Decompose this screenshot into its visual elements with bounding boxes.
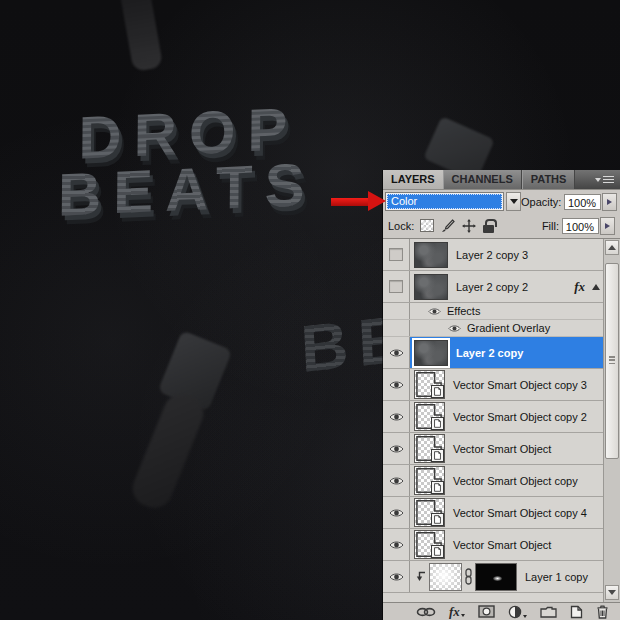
layer-name[interactable]: Vector Smart Object copy 2 bbox=[453, 411, 587, 423]
layer-list: Layer 2 copy 3 Layer 2 copy 2 fx bbox=[383, 239, 620, 602]
layer-row-layer-1-copy[interactable]: Layer 1 copy bbox=[383, 561, 603, 593]
lock-position-button[interactable] bbox=[462, 219, 476, 233]
effects-label[interactable]: Effects bbox=[447, 305, 480, 317]
smart-object-thumbnail[interactable] bbox=[414, 370, 445, 399]
scroll-up-button[interactable] bbox=[605, 240, 619, 255]
layer-row-vso-copy-2[interactable]: Vector Smart Object copy 2 bbox=[383, 401, 603, 433]
layer-row-vso-copy-4[interactable]: Vector Smart Object copy 4 bbox=[383, 497, 603, 529]
layer-row-layer-2-copy-3[interactable]: Layer 2 copy 3 bbox=[383, 239, 603, 271]
visibility-toggle[interactable] bbox=[383, 561, 410, 592]
visibility-toggle[interactable] bbox=[383, 369, 410, 400]
layer-row-vso-b[interactable]: Vector Smart Object bbox=[383, 529, 603, 561]
visibility-toggle[interactable] bbox=[383, 271, 410, 302]
eye-icon bbox=[389, 444, 404, 454]
layer-name[interactable]: Vector Smart Object bbox=[453, 443, 551, 455]
eye-icon bbox=[389, 508, 404, 518]
layer-name[interactable]: Vector Smart Object copy 4 bbox=[453, 507, 587, 519]
slider-arrow-icon bbox=[607, 199, 612, 205]
blend-options-row: Color Opacity: 100% bbox=[383, 190, 620, 213]
layer-thumbnail[interactable] bbox=[414, 242, 448, 268]
smart-object-thumbnail[interactable] bbox=[414, 434, 445, 463]
smart-object-thumbnail[interactable] bbox=[414, 466, 445, 495]
scroll-down-button[interactable] bbox=[605, 585, 619, 600]
chain-link-icon bbox=[416, 607, 436, 617]
visibility-toggle[interactable] bbox=[383, 465, 410, 496]
fx-icon: fx bbox=[449, 606, 460, 618]
new-layer-button[interactable] bbox=[570, 605, 583, 619]
layer-name[interactable]: Vector Smart Object copy bbox=[453, 475, 578, 487]
layer-mask-icon bbox=[478, 605, 495, 618]
visibility-toggle[interactable] bbox=[383, 529, 410, 560]
link-layers-button[interactable] bbox=[416, 607, 436, 617]
falling-microphone-body bbox=[127, 389, 208, 513]
fx-badge[interactable]: fx bbox=[574, 279, 585, 295]
smart-object-thumbnail[interactable] bbox=[414, 530, 445, 559]
lock-pixels-button[interactable] bbox=[441, 219, 455, 233]
eye-icon bbox=[389, 572, 404, 582]
new-group-button[interactable] bbox=[540, 606, 557, 618]
drop-beats-3d-text: DROP DROP DROP BEATS BEATS BEATS bbox=[58, 100, 318, 227]
smart-object-thumbnail[interactable] bbox=[414, 498, 445, 527]
clipping-mask-icon bbox=[414, 570, 427, 583]
eye-icon bbox=[389, 380, 404, 390]
lock-all-button[interactable] bbox=[483, 219, 494, 233]
visibility-toggle[interactable] bbox=[383, 497, 410, 528]
new-adjustment-layer-button[interactable] bbox=[508, 605, 527, 619]
scrollbar-thumb[interactable] bbox=[605, 263, 619, 459]
layer-thumbnail[interactable] bbox=[414, 340, 448, 366]
layer-row-layer-2-copy-2[interactable]: Layer 2 copy 2 fx bbox=[383, 271, 603, 303]
layer-list-scrollbar[interactable] bbox=[603, 239, 620, 602]
effects-header-row[interactable]: Effects bbox=[383, 303, 603, 320]
opacity-slider-button[interactable] bbox=[602, 193, 617, 211]
tab-paths[interactable]: PATHS bbox=[522, 170, 576, 189]
opacity-input[interactable]: 100% bbox=[564, 194, 601, 210]
visibility-toggle[interactable] bbox=[383, 239, 410, 270]
panel-menu-triangle-icon bbox=[595, 178, 601, 182]
eye-icon[interactable] bbox=[448, 324, 461, 333]
chevron-down-icon bbox=[461, 614, 465, 617]
smart-object-badge-icon bbox=[431, 417, 444, 430]
panel-bottom-toolbar: fx bbox=[383, 602, 620, 620]
smart-object-badge-icon bbox=[431, 449, 444, 462]
gradient-overlay-row[interactable]: Gradient Overlay bbox=[383, 320, 603, 337]
blend-mode-dropdown-button[interactable] bbox=[506, 192, 521, 211]
falling-microphone-top bbox=[119, 0, 163, 72]
layer-mask-thumbnail[interactable] bbox=[475, 563, 517, 591]
layer-name[interactable]: Layer 1 copy bbox=[525, 571, 588, 583]
visibility-toggle[interactable] bbox=[383, 433, 410, 464]
gradient-overlay-label[interactable]: Gradient Overlay bbox=[467, 322, 550, 334]
fill-slider-button[interactable] bbox=[600, 217, 615, 235]
layer-name[interactable]: Vector Smart Object copy 3 bbox=[453, 379, 587, 391]
tab-channels[interactable]: CHANNELS bbox=[443, 170, 522, 189]
layer-name[interactable]: Vector Smart Object bbox=[453, 539, 551, 551]
fill-input[interactable]: 100% bbox=[562, 218, 599, 234]
layer-thumbnail[interactable] bbox=[414, 274, 448, 300]
panel-menu-button[interactable] bbox=[589, 170, 620, 189]
tab-layers[interactable]: LAYERS bbox=[383, 170, 443, 189]
lock-transparency-button[interactable] bbox=[420, 219, 434, 232]
layer-name[interactable]: Layer 2 copy 3 bbox=[456, 249, 528, 261]
smart-object-thumbnail[interactable] bbox=[414, 402, 445, 431]
layer-row-vso-copy[interactable]: Vector Smart Object copy bbox=[383, 465, 603, 497]
transparency-icon bbox=[420, 219, 434, 232]
visibility-toggle[interactable] bbox=[383, 337, 410, 368]
add-layer-mask-button[interactable] bbox=[478, 605, 495, 618]
layer-row-vso-a[interactable]: Vector Smart Object bbox=[383, 433, 603, 465]
smart-object-badge-icon bbox=[431, 481, 444, 494]
layer-name[interactable]: Layer 2 copy 2 bbox=[456, 281, 528, 293]
layer-name[interactable]: Layer 2 copy bbox=[456, 347, 523, 359]
collapse-effects-icon[interactable] bbox=[592, 284, 600, 290]
layer-thumbnail[interactable] bbox=[429, 563, 462, 591]
eye-icon bbox=[389, 412, 404, 422]
layer-row-layer-2-copy-selected[interactable]: Layer 2 copy bbox=[383, 337, 603, 369]
smart-object-badge-icon bbox=[431, 385, 444, 398]
blend-mode-select[interactable]: Color bbox=[386, 193, 503, 210]
add-layer-style-button[interactable]: fx bbox=[449, 606, 465, 618]
link-icon bbox=[464, 568, 473, 585]
eye-icon[interactable] bbox=[428, 307, 441, 316]
move-icon bbox=[462, 219, 476, 233]
layer-row-vso-copy-3[interactable]: Vector Smart Object copy 3 bbox=[383, 369, 603, 401]
visibility-toggle[interactable] bbox=[383, 401, 410, 432]
delete-layer-button[interactable] bbox=[596, 605, 609, 619]
trash-icon bbox=[596, 605, 609, 619]
